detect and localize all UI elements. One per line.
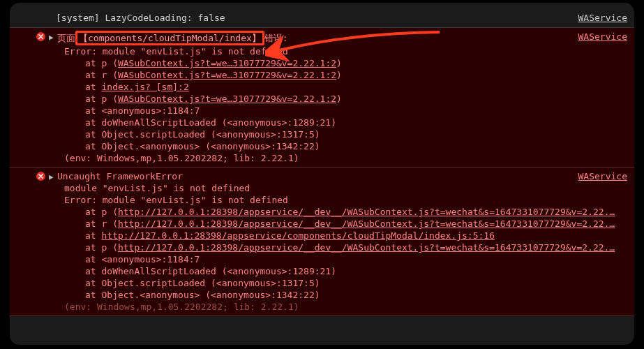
stack-at: at <anonymous>:1184:7 [85,254,200,265]
system-log-text: [system] LazyCodeLoading: false [56,13,225,23]
stack-tail: ) [336,94,342,104]
stack-link[interactable]: http://127.0.0.1:28398/appservice/__dev_… [118,207,615,217]
source-link[interactable]: WAService [578,170,627,182]
stack-at: at doWhenAllScriptLoaded (<anonymous>:12… [85,266,336,276]
console-frame: [system] LazyCodeLoading: false WAServic… [10,3,634,345]
stack-at: at <anonymous>:1184:7 [85,105,200,116]
stack-frame: at p (http://127.0.0.1:28398/appservice/… [36,242,629,253]
stack-link[interactable]: WASubContext.js?t=we…31077729&v=2.22.1:2 [118,58,336,68]
chevron-right-icon[interactable]: ▶ [49,31,54,43]
stack-at: at [85,230,101,241]
error-icon [36,32,45,41]
stack-at: at doWhenAllScriptLoaded (<anonymous>:12… [85,117,336,128]
source-link[interactable]: WAService [578,31,627,43]
error-title-line: 页面【components/cloudTipModal/index】错误: [36,31,629,45]
stack-frame: at doWhenAllScriptLoaded (<anonymous>:12… [36,117,629,128]
stack-at: at r ( [85,218,118,229]
stack-frame: at p (http://127.0.0.1:28398/appservice/… [36,206,629,218]
stack-frame: at http://127.0.0.1:28398/appservice/com… [36,230,629,242]
error-icon [36,172,45,181]
stack-frame: at p (WASubContext.js?t=we…31077729&v=2.… [36,93,629,105]
error-line-1: module "envList.js" is not defined [36,182,629,194]
stack-link[interactable]: WASubContext.js?t=we…31077729&v=2.22.1:2 [118,94,336,104]
stack-at: at p ( [85,58,118,68]
stack-at: at Object.scriptLoaded (<anonymous>:1317… [85,129,320,140]
stack-at: at [85,82,101,92]
error-block-1: ▶ WAService 页面【components/cloudTipModal/… [10,28,634,168]
stack-at: at Object.<anonymous> (<anonymous>:1342:… [85,290,320,300]
stack-at: at Object.<anonymous> (<anonymous>:1342:… [85,141,320,151]
chevron-right-icon[interactable]: ▶ [49,171,54,183]
stack-frame: at Object.scriptLoaded (<anonymous>:1317… [36,128,629,140]
stack-link[interactable]: http://127.0.0.1:28398/appservice/__dev_… [118,218,615,229]
stack-tail: ) [336,70,342,80]
error-message: Error: module "envList.js" is not define… [36,45,629,57]
stack-frame: at Object.<anonymous> (<anonymous>:1342:… [36,289,629,301]
stack-frame: at <anonymous>:1184:7 [36,253,629,265]
stack-frame: at <anonymous>:1184:7 [36,105,629,117]
error-line-2: Error: module "envList.js" is not define… [36,194,629,206]
stack-frame: at index.js? [sm]:2 [36,81,629,93]
stack-frame: at r (http://127.0.0.1:28398/appservice/… [36,218,629,230]
stack-at: at p ( [85,94,118,104]
truncated-top-row [10,6,634,11]
stack-frame: at r (WASubContext.js?t=we…31077729&v=2.… [36,69,629,81]
stack-frame: at Object.scriptLoaded (<anonymous>:1317… [36,277,629,289]
stack-at: at p ( [85,242,118,253]
stack-at: at r ( [85,70,118,80]
stack-tail: ) [336,58,342,68]
stack-link[interactable]: http://127.0.0.1:28398/appservice/compon… [101,230,495,241]
error-block-2: ▶ WAService Uncaught FrameworkError modu… [10,168,634,316]
source-link[interactable]: WAService [578,13,627,23]
stack-link[interactable]: WASubContext.js?t=we…31077729&v=2.22.1:2 [118,70,336,80]
stack-at: at p ( [85,207,118,217]
console-scroll-area[interactable]: [system] LazyCodeLoading: false WAServic… [10,3,634,345]
error-title-line: Uncaught FrameworkError [36,170,629,182]
stack-frame: at p (WASubContext.js?t=we…31077729&v=2.… [36,57,629,69]
error-suffix: 错误: [264,33,288,43]
stack-frame: at Object.<anonymous> (<anonymous>:1342:… [36,140,629,152]
highlighted-path: 【components/cloudTipModal/index】 [75,31,264,45]
env-info: (env: Windows,mp,1.05.2202282; lib: 2.22… [36,152,629,164]
error-prefix: 页面 [57,33,75,43]
stack-link[interactable]: http://127.0.0.1:28398/appservice/__dev_… [118,242,615,253]
stack-frame: at doWhenAllScriptLoaded (<anonymous>:12… [36,265,629,277]
stack-link[interactable]: index.js? [sm]:2 [101,82,188,92]
stack-at: at Object.scriptLoaded (<anonymous>:1317… [85,278,320,288]
env-info: (env: Windows,mp,1.05.2202282; lib: 2.22… [36,301,629,313]
system-log-line: [system] LazyCodeLoading: false WAServic… [10,11,634,28]
